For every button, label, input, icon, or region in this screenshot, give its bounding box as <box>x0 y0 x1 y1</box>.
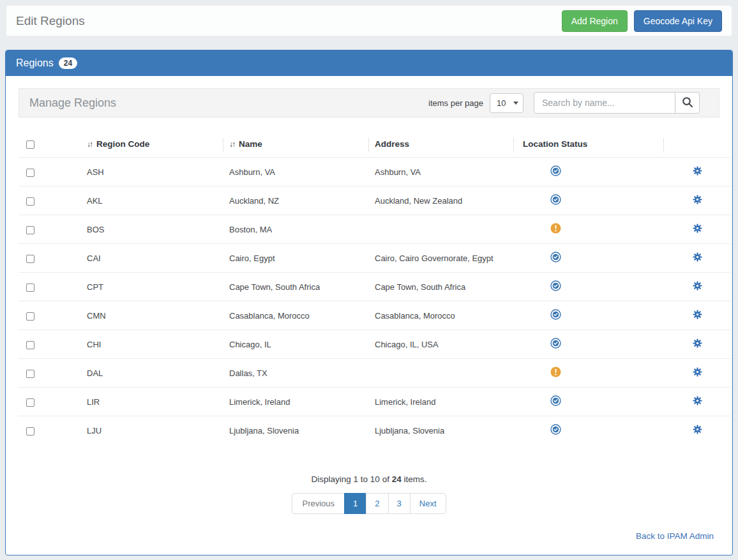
region-name-cell: Limerick, Ireland <box>223 388 368 416</box>
region-name-cell: Casablanca, Morocco <box>223 301 368 330</box>
region-code-cell: LJU <box>80 416 223 445</box>
gear-icon[interactable] <box>693 338 702 348</box>
gear-icon[interactable] <box>693 252 702 262</box>
status-geocoded-icon <box>550 395 561 406</box>
panel-body: Manage Regions items per page 10 <box>6 76 732 541</box>
status-geocoded-icon <box>550 338 561 349</box>
row-checkbox[interactable] <box>26 197 34 206</box>
status-geocoded-icon <box>550 280 561 291</box>
gear-icon[interactable] <box>693 281 702 291</box>
location-status-cell <box>513 158 663 186</box>
table-row: DAL Dallas, TX <box>19 359 731 388</box>
region-name-cell: Cape Town, South Africa <box>223 273 368 301</box>
table-row: CMN Casablanca, Morocco Casablanca, Moro… <box>19 301 731 330</box>
status-geocoded-icon <box>550 165 561 176</box>
add-region-button[interactable]: Add Region <box>562 10 628 32</box>
search-input[interactable] <box>534 92 675 114</box>
search-button[interactable] <box>675 92 700 114</box>
row-checkbox[interactable] <box>26 312 34 321</box>
select-all-checkbox[interactable] <box>26 140 34 149</box>
gear-icon[interactable] <box>693 396 702 405</box>
pagination-previous[interactable]: Previous <box>292 493 345 514</box>
regions-table: ↓↑Region Code ↓↑Name Address Location St… <box>19 132 731 444</box>
row-checkbox[interactable] <box>26 427 34 435</box>
gear-icon[interactable] <box>693 166 702 176</box>
column-header-region-code[interactable]: ↓↑Region Code <box>80 132 223 158</box>
column-header-name[interactable]: ↓↑Name <box>223 132 368 158</box>
region-name-cell: Cairo, Egypt <box>223 244 368 273</box>
location-status-cell <box>513 186 663 215</box>
manage-regions-toolbar: Manage Regions items per page 10 <box>19 88 719 117</box>
table-row: CPT Cape Town, South Africa Cape Town, S… <box>19 273 731 301</box>
header-buttons: Add Region Geocode Api Key <box>562 10 722 32</box>
row-checkbox[interactable] <box>26 284 34 292</box>
region-name-cell: Dallas, TX <box>223 359 368 388</box>
gear-icon[interactable] <box>693 195 702 204</box>
table-row: LIR Limerick, Ireland Limerick, Ireland <box>19 388 731 416</box>
items-per-page-label: items per page <box>428 98 483 108</box>
back-link-row: Back to IPAM Admin <box>19 531 719 541</box>
location-status-cell <box>513 416 663 445</box>
region-name-cell: Chicago, IL <box>223 330 368 359</box>
location-status-cell <box>513 301 663 330</box>
pagination: Previous 123 Next <box>19 493 719 514</box>
row-checkbox[interactable] <box>26 169 34 177</box>
region-code-cell: AKL <box>80 186 223 215</box>
location-status-cell <box>513 359 663 388</box>
region-address-cell: Casablanca, Morocco <box>368 301 513 330</box>
region-address-cell <box>368 215 513 244</box>
gear-icon[interactable] <box>693 310 702 319</box>
table-body: ASH Ashburn, VA Ashburn, VA <box>19 158 731 445</box>
column-header-location-status: Location Status <box>513 132 663 158</box>
table-row: CAI Cairo, Egypt Cairo, Cairo Governorat… <box>19 244 731 273</box>
status-geocoded-icon <box>550 252 561 262</box>
row-checkbox[interactable] <box>26 341 34 349</box>
search-group <box>534 92 700 114</box>
sort-icon: ↓↑ <box>87 140 92 149</box>
table-row: BOS Boston, MA <box>19 215 731 244</box>
items-per-page-select[interactable]: 10 <box>490 93 523 113</box>
region-address-cell: Auckland, New Zealand <box>368 186 513 215</box>
panel-title: Regions <box>16 57 54 69</box>
region-name-cell: Ljubljana, Slovenia <box>223 416 368 445</box>
pagination-page-3[interactable]: 3 <box>388 493 410 514</box>
gear-icon[interactable] <box>693 425 702 434</box>
sort-icon: ↓↑ <box>229 140 234 149</box>
display-summary: Displaying 1 to 10 of 24 items. <box>19 474 719 484</box>
status-warning-icon <box>550 223 561 234</box>
pagination-page-2[interactable]: 2 <box>366 493 388 514</box>
table-row: LJU Ljubljana, Slovenia Ljubljana, Slove… <box>19 416 731 445</box>
region-address-cell: Cape Town, South Africa <box>368 273 513 301</box>
row-checkbox[interactable] <box>26 370 34 378</box>
page-title: Edit Regions <box>16 14 85 28</box>
status-warning-icon <box>550 367 561 377</box>
status-geocoded-icon <box>550 194 561 205</box>
region-address-cell: Ashburn, VA <box>368 158 513 186</box>
back-to-ipam-admin-link[interactable]: Back to IPAM Admin <box>636 531 714 541</box>
region-address-cell: Cairo, Cairo Governorate, Egypt <box>368 244 513 273</box>
gear-icon[interactable] <box>693 367 702 377</box>
column-header-actions <box>663 132 731 158</box>
gear-icon[interactable] <box>693 223 702 233</box>
region-name-cell: Auckland, NZ <box>223 186 368 215</box>
items-per-page-wrap: 10 <box>490 93 523 113</box>
total-items: 24 <box>392 474 402 484</box>
row-checkbox[interactable] <box>26 398 34 407</box>
region-code-cell: CPT <box>80 273 223 301</box>
table-row: CHI Chicago, IL Chicago, IL, USA <box>19 330 731 359</box>
region-address-cell: Ljubljana, Slovenia <box>368 416 513 445</box>
region-name-cell: Boston, MA <box>223 215 368 244</box>
panel-heading: Regions 24 <box>6 50 732 76</box>
geocode-api-key-button[interactable]: Geocode Api Key <box>634 10 722 32</box>
pagination-page-1[interactable]: 1 <box>344 493 366 514</box>
status-geocoded-icon <box>550 309 561 320</box>
row-checkbox[interactable] <box>26 226 34 234</box>
row-checkbox[interactable] <box>26 255 34 263</box>
region-code-cell: ASH <box>80 158 223 186</box>
pagination-next[interactable]: Next <box>410 493 446 514</box>
table-header-row: ↓↑Region Code ↓↑Name Address Location St… <box>19 132 731 158</box>
column-header-address: Address <box>368 132 513 158</box>
toolbar-controls: items per page 10 <box>428 92 700 114</box>
table-row: ASH Ashburn, VA Ashburn, VA <box>19 158 731 186</box>
region-address-cell: Chicago, IL, USA <box>368 330 513 359</box>
